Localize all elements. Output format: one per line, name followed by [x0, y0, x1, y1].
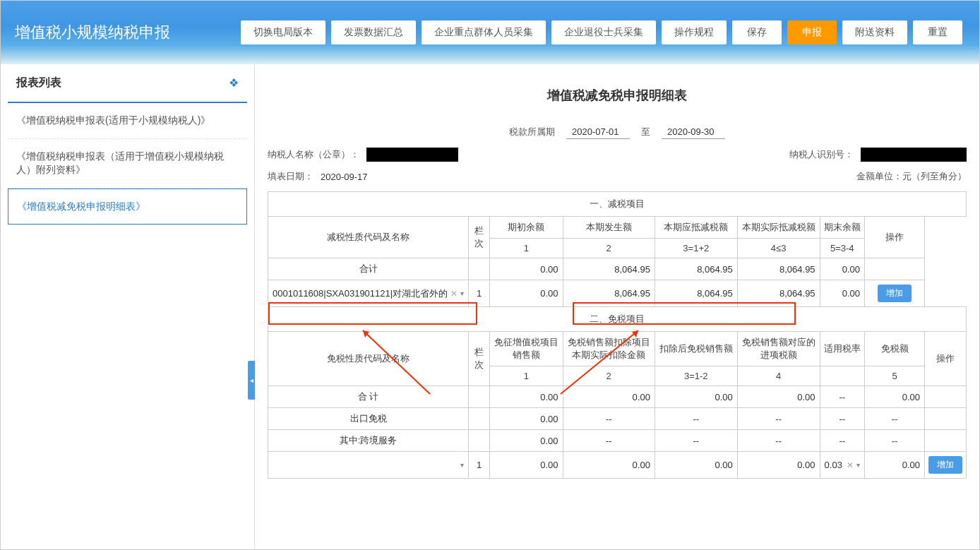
save-button[interactable]: 保存 — [732, 20, 782, 44]
period-label: 税款所属期 — [509, 126, 555, 138]
t2-cb-c2: -- — [563, 430, 655, 452]
key-groups-button[interactable]: 企业重点群体人员采集 — [422, 20, 546, 44]
t2-total-c4: 0.00 — [737, 386, 820, 408]
th-actual-deduct: 本期实际抵减税额 — [737, 217, 820, 239]
th2-sub2: 2 — [563, 366, 655, 386]
t2-cb-c3: -- — [655, 430, 737, 452]
sidebar: 报表列表 ❖ 《增值税纳税申报表(适用于小规模纳税人)》 《增值税纳税申报表（适… — [1, 64, 255, 550]
tax-code-value: 0001011608|SXA031901121|对湖北省外的 — [273, 287, 448, 300]
table-row-crossborder: 其中:跨境服务 0.00 -- -- -- -- -- — [268, 430, 967, 452]
th2-action: 操作 — [925, 332, 967, 386]
th2-sub3: 3=1-2 — [655, 366, 737, 386]
sidebar-title: 报表列表 — [16, 76, 61, 90]
t1-r1-c3[interactable]: 8,064.95 — [655, 280, 737, 307]
chevron-down-icon[interactable]: ▾ — [856, 461, 860, 469]
th2-sub4: 4 — [737, 366, 820, 386]
th-action: 操作 — [865, 217, 925, 258]
chevron-down-icon[interactable]: ▾ — [460, 289, 464, 297]
total-label: 合计 — [268, 258, 469, 280]
sidebar-toggle[interactable]: ◂ — [248, 361, 255, 400]
sidebar-item-2[interactable]: 《增值税减免税申报明细表》 — [8, 189, 247, 225]
content: 增值税减免税申报明细表 税款所属期 2020-07-01 至 2020-09-3… — [255, 64, 979, 550]
t2-ex-c2: -- — [563, 408, 655, 430]
t1-r1-c1[interactable]: 0.00 — [490, 280, 563, 307]
th-amount: 本期发生额 — [563, 217, 655, 239]
table-row-export: 出口免税 0.00 -- -- -- -- -- — [268, 408, 967, 430]
th-sub-3: 3=1+2 — [655, 239, 737, 258]
table-row: 0001011608|SXA031901121|对湖北省外的 ✕ ▾ 1 0.0… — [268, 280, 967, 307]
toolbar: 切换电局版本 发票数据汇总 企业重点群体人员采集 企业退役士兵采集 操作规程 保… — [241, 20, 962, 44]
t2-total-label: 合 计 — [268, 386, 469, 408]
t1-total-c2: 8,064.95 — [563, 258, 655, 280]
invoice-summary-button[interactable]: 发票数据汇总 — [331, 20, 416, 44]
t1-r1-seq: 1 — [469, 280, 490, 307]
th-code-name: 减税性质代码及名称 — [268, 217, 469, 258]
t2-total-c5: 0.00 — [865, 386, 925, 408]
period-from: 2020-07-01 — [566, 125, 630, 139]
exempt-code-dropdown[interactable]: ▾ — [268, 461, 468, 469]
t1-total-c1: 0.00 — [490, 258, 563, 280]
th2-c1: 免征增值税项目销售额 — [490, 332, 563, 366]
t1-r1-c2[interactable]: 8,064.95 — [563, 280, 655, 307]
chevron-down-icon[interactable]: ▾ — [460, 461, 464, 469]
t2-cb-c5: -- — [865, 430, 925, 452]
t2-r1-c5[interactable]: 0.00 — [865, 452, 925, 479]
t2-r1-c3[interactable]: 0.00 — [655, 452, 737, 479]
th-should-deduct: 本期应抵减税额 — [655, 217, 737, 239]
add-button[interactable]: 增加 — [878, 285, 912, 302]
t1-r1-c4[interactable]: 8,064.95 — [737, 280, 820, 307]
t2-r1-c4[interactable]: 0.00 — [737, 452, 820, 479]
taxpayer-name-redacted — [366, 148, 458, 162]
switch-version-button[interactable]: 切换电局版本 — [241, 20, 325, 44]
add-button[interactable]: 增加 — [928, 456, 962, 474]
reset-button[interactable]: 重置 — [913, 20, 962, 44]
fill-date: 2020-09-17 — [321, 172, 368, 182]
t2-export-label: 出口免税 — [268, 408, 469, 430]
declare-button[interactable]: 申报 — [787, 20, 837, 44]
t2-r1-c1[interactable]: 0.00 — [490, 452, 563, 479]
th2-c5: 免税额 — [865, 332, 925, 366]
t1-total-c3: 8,064.95 — [655, 258, 737, 280]
period-sep: 至 — [641, 126, 650, 138]
th2-c2: 免税销售额扣除项目本期实际扣除金额 — [563, 332, 655, 366]
t2-cb-c4: -- — [737, 430, 820, 452]
th2-c4: 免税销售额对应的进项税额 — [737, 332, 820, 366]
t2-ex-rate: -- — [820, 408, 864, 430]
th-sub-1: 1 — [490, 239, 563, 258]
app-title: 增值税小规模纳税申报 — [15, 22, 170, 43]
period-to: 2020-09-30 — [662, 125, 725, 139]
th2-c3: 扣除后免税销售额 — [655, 332, 737, 366]
t2-r1-c2[interactable]: 0.00 — [563, 452, 655, 479]
clear-icon[interactable]: ✕ — [847, 460, 854, 470]
t2-ex-c1: 0.00 — [490, 408, 563, 430]
taxpayer-name-label: 纳税人名称（公章）： — [268, 148, 359, 161]
th-sub-2: 2 — [563, 239, 655, 258]
t2-cb-rate: -- — [820, 430, 864, 452]
t1-total-c5: 0.00 — [820, 258, 864, 280]
table-row-total: 合 计 0.00 0.00 0.00 0.00 -- 0.00 — [268, 386, 967, 408]
clear-icon[interactable]: ✕ — [450, 289, 458, 299]
t1-r1-c5[interactable]: 0.00 — [820, 280, 864, 307]
section2-header: 二、免税项目 — [268, 307, 967, 332]
fill-date-label: 填表日期： — [268, 170, 313, 183]
attachments-button[interactable]: 附送资料 — [842, 20, 907, 44]
procedure-button[interactable]: 操作规程 — [662, 20, 727, 44]
t2-ex-c5: -- — [865, 408, 925, 430]
th-sub-4: 4≤3 — [737, 239, 820, 258]
tax-rate-dropdown[interactable]: 0.03 ✕ ▾ — [820, 460, 864, 470]
t2-cb-label: 其中:跨境服务 — [268, 430, 469, 452]
t2-ex-c3: -- — [655, 408, 737, 430]
th2-col: 栏次 — [469, 332, 490, 386]
sidebar-item-1[interactable]: 《增值税纳税申报表（适用于增值税小规模纳税人）附列资料》 — [8, 139, 247, 189]
retired-soldier-button[interactable]: 企业退役士兵采集 — [551, 20, 656, 44]
layers-icon[interactable]: ❖ — [229, 76, 239, 90]
tax-code-dropdown[interactable]: 0001011608|SXA031901121|对湖北省外的 ✕ ▾ — [268, 287, 468, 300]
sidebar-item-0[interactable]: 《增值税纳税申报表(适用于小规模纳税人)》 — [8, 103, 247, 139]
section1-header: 一、减税项目 — [268, 192, 967, 217]
th-end: 期末余额 — [820, 217, 864, 239]
t1-total-c4: 8,064.95 — [737, 258, 820, 280]
th2-sub5: 5 — [865, 366, 925, 386]
t2-r1-seq: 1 — [469, 452, 490, 479]
th2-sub1: 1 — [490, 366, 563, 386]
t2-total-c1: 0.00 — [490, 386, 563, 408]
